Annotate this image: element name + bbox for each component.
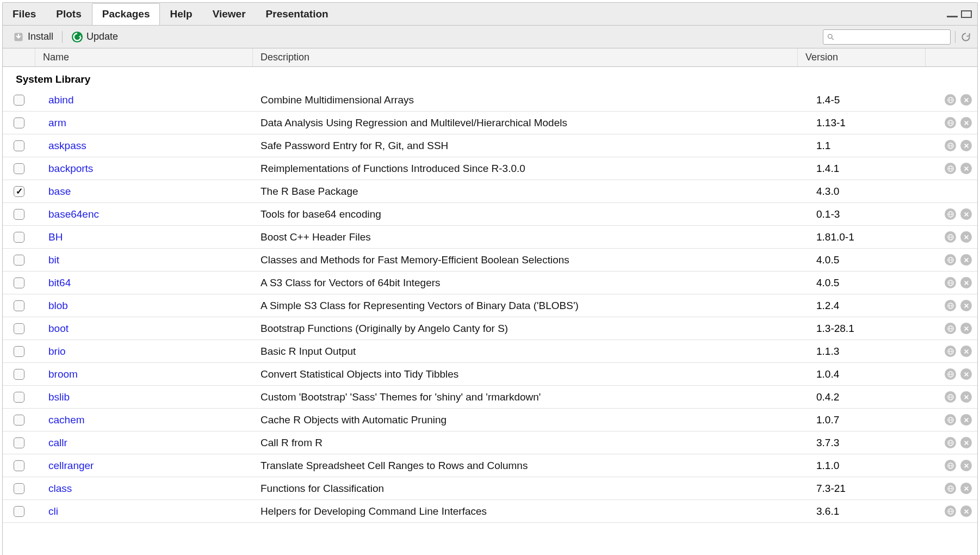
package-checkbox[interactable] <box>14 483 24 494</box>
globe-icon[interactable] <box>945 483 956 494</box>
close-icon[interactable] <box>960 391 972 403</box>
close-icon[interactable] <box>960 323 972 334</box>
package-checkbox[interactable] <box>14 506 24 517</box>
package-description: A S3 Class for Vectors of 64bit Integers <box>253 277 809 289</box>
package-checkbox[interactable] <box>14 278 24 288</box>
globe-icon[interactable] <box>945 140 956 151</box>
search-input[interactable] <box>838 32 947 42</box>
globe-icon[interactable] <box>945 323 956 334</box>
close-icon[interactable] <box>960 346 972 357</box>
package-link[interactable]: bit <box>48 254 59 266</box>
globe-icon[interactable] <box>945 460 956 471</box>
globe-icon[interactable] <box>945 94 956 106</box>
tab-packages[interactable]: Packages <box>92 3 160 25</box>
globe-icon[interactable] <box>945 391 956 403</box>
package-checkbox[interactable] <box>14 232 24 243</box>
globe-icon[interactable] <box>945 437 956 448</box>
package-link[interactable]: blob <box>48 300 68 311</box>
package-link[interactable]: base <box>48 186 71 197</box>
close-icon[interactable] <box>960 254 972 266</box>
close-icon[interactable] <box>960 483 972 494</box>
update-button[interactable]: Update <box>67 29 122 45</box>
package-checkbox[interactable] <box>14 186 24 197</box>
header-version[interactable]: Version <box>798 48 926 66</box>
tab-plots[interactable]: Plots <box>46 4 91 24</box>
package-version: 3.7.3 <box>809 437 936 449</box>
package-description: The R Base Package <box>253 186 809 198</box>
package-checkbox[interactable] <box>14 460 24 471</box>
close-icon[interactable] <box>960 277 972 288</box>
package-checkbox[interactable] <box>14 300 24 311</box>
package-link[interactable]: bslib <box>48 391 70 403</box>
header-name[interactable]: Name <box>35 48 253 66</box>
package-link[interactable]: askpass <box>48 140 86 151</box>
close-icon[interactable] <box>960 163 972 174</box>
package-checkbox[interactable] <box>14 346 24 357</box>
globe-icon[interactable] <box>945 414 956 425</box>
close-icon[interactable] <box>960 414 972 425</box>
close-icon[interactable] <box>960 505 972 517</box>
package-link[interactable]: callr <box>48 437 67 448</box>
refresh-button[interactable] <box>960 31 972 43</box>
package-link[interactable]: arm <box>48 117 66 128</box>
package-checkbox[interactable] <box>14 437 24 448</box>
package-checkbox[interactable] <box>14 95 24 106</box>
package-checkbox[interactable] <box>14 255 24 266</box>
package-link[interactable]: bit64 <box>48 277 71 288</box>
package-checkbox[interactable] <box>14 118 24 128</box>
close-icon[interactable] <box>960 300 972 311</box>
close-icon[interactable] <box>960 140 972 151</box>
install-button[interactable]: Install <box>8 29 58 45</box>
tab-help[interactable]: Help <box>160 4 202 24</box>
package-link[interactable]: cellranger <box>48 460 94 471</box>
globe-icon[interactable] <box>945 368 956 380</box>
svg-line-3 <box>832 38 833 39</box>
package-checkbox[interactable] <box>14 415 24 425</box>
globe-icon[interactable] <box>945 117 956 128</box>
package-link[interactable]: BH <box>48 231 63 243</box>
close-icon[interactable] <box>960 460 972 471</box>
tab-presentation[interactable]: Presentation <box>256 4 339 24</box>
package-checkbox[interactable] <box>14 163 24 174</box>
header-checkbox-col <box>3 48 35 66</box>
close-icon[interactable] <box>960 94 972 106</box>
package-checkbox[interactable] <box>14 323 24 334</box>
package-link[interactable]: brio <box>48 346 66 357</box>
close-icon[interactable] <box>960 437 972 448</box>
package-link[interactable]: cachem <box>48 414 85 425</box>
search-box[interactable] <box>823 29 951 45</box>
maximize-icon[interactable] <box>961 10 972 18</box>
close-icon[interactable] <box>960 208 972 220</box>
package-link[interactable]: base64enc <box>48 208 99 220</box>
globe-icon[interactable] <box>945 254 956 266</box>
globe-icon[interactable] <box>945 505 956 517</box>
package-link[interactable]: abind <box>48 94 74 106</box>
close-icon[interactable] <box>960 368 972 380</box>
package-description: Translate Spreadsheet Cell Ranges to Row… <box>253 460 809 472</box>
package-checkbox[interactable] <box>14 369 24 380</box>
globe-icon[interactable] <box>945 231 956 243</box>
package-link[interactable]: backports <box>48 163 93 174</box>
package-checkbox[interactable] <box>14 392 24 403</box>
globe-icon[interactable] <box>945 163 956 174</box>
package-link[interactable]: cli <box>48 505 58 517</box>
package-link[interactable]: broom <box>48 368 78 380</box>
package-checkbox[interactable] <box>14 140 24 151</box>
package-link[interactable]: boot <box>48 323 69 334</box>
package-checkbox[interactable] <box>14 209 24 220</box>
header-description[interactable]: Description <box>253 48 798 66</box>
globe-icon[interactable] <box>945 300 956 311</box>
packages-table-body[interactable]: System Library abindCombine Multidimensi… <box>3 67 977 555</box>
package-version: 1.4.1 <box>809 163 936 175</box>
globe-icon[interactable] <box>945 346 956 357</box>
close-icon[interactable] <box>960 117 972 128</box>
search-icon <box>827 33 835 41</box>
tab-viewer[interactable]: Viewer <box>203 4 256 24</box>
package-link[interactable]: class <box>48 483 72 494</box>
globe-icon[interactable] <box>945 277 956 288</box>
globe-icon[interactable] <box>945 208 956 220</box>
minimize-icon[interactable] <box>947 11 958 17</box>
tab-files[interactable]: Files <box>3 4 46 24</box>
close-icon[interactable] <box>960 231 972 243</box>
package-description: Basic R Input Output <box>253 346 809 357</box>
